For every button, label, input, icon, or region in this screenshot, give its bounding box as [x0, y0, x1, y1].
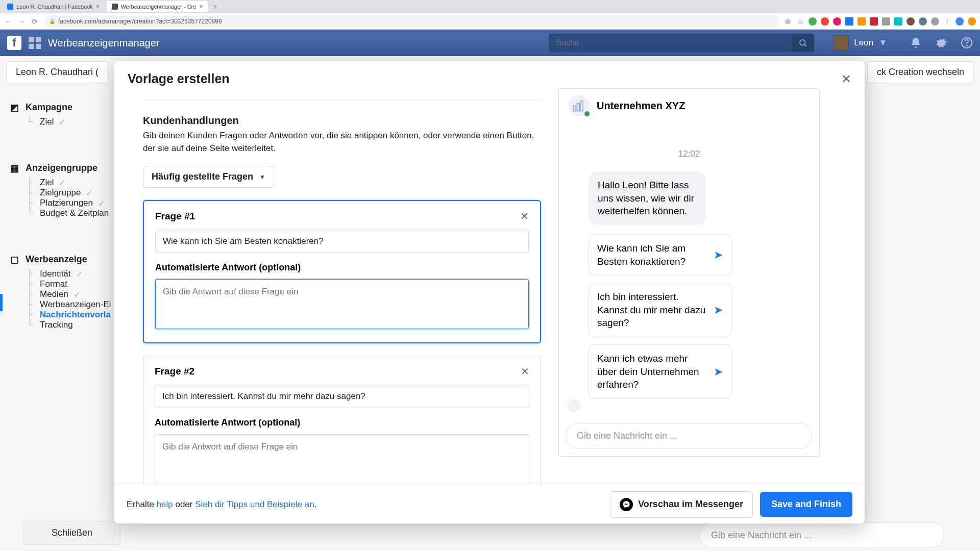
quick-reply[interactable]: Kann ich etwas mehr über dein Unternehme…	[589, 344, 731, 399]
tips-link[interactable]: Sieh dir Tipps und Beispiele an	[195, 499, 314, 509]
search-button[interactable]	[792, 34, 814, 52]
bell-icon[interactable]	[910, 37, 922, 49]
create-template-modal: Vorlage erstellen ✕ Kundenhandlungen Gib…	[114, 61, 865, 523]
account-selector[interactable]: Leon R. Chaudhari (	[6, 61, 108, 83]
check-icon: ✓	[76, 269, 83, 279]
help-link[interactable]: help	[157, 499, 173, 509]
gear-icon[interactable]	[935, 37, 947, 49]
help-icon[interactable]	[961, 37, 973, 49]
question-input[interactable]	[155, 230, 529, 253]
chevron-down-icon: ▼	[259, 173, 265, 181]
chat-timestamp: 12:02	[566, 149, 812, 159]
browser-tab[interactable]: Leon R. Chaudhari | Facebook ×	[2, 1, 105, 12]
back-icon[interactable]: ←	[4, 17, 12, 26]
app-title: Werbeanzeigenmanager	[48, 37, 160, 49]
facebook-favicon-icon	[7, 4, 13, 10]
lock-icon: 🔒	[49, 18, 55, 24]
help-text: Erhalte help oder Sieh dir Tipps und Bei…	[127, 499, 316, 510]
nav-ad-settings[interactable]: ├Werbeanzeigen-Ei	[5, 299, 122, 310]
section-title: Kundenhandlungen	[143, 115, 541, 127]
extension-icon[interactable]	[906, 17, 915, 26]
new-tab-button[interactable]: +	[210, 3, 220, 11]
close-button[interactable]: Schließen	[23, 521, 120, 545]
answer-label: Automatisierte Antwort (optional)	[155, 417, 529, 428]
remove-question-icon[interactable]: ✕	[520, 210, 529, 222]
campaign-icon: ◩	[9, 103, 19, 113]
nav-campaign-ziel[interactable]: └Ziel✓	[5, 117, 122, 127]
nav-ad-tracking[interactable]: └Tracking	[5, 320, 122, 330]
nav-adset-platzierungen[interactable]: ├Platzierungen✓	[5, 198, 122, 208]
url-input[interactable]: 🔒 facebook.com/adsmanager/creation?act=3…	[44, 15, 779, 28]
extension-icon[interactable]	[882, 17, 890, 26]
extension-icon[interactable]	[833, 17, 841, 26]
svg-point-3	[966, 45, 967, 46]
search-icon	[798, 38, 807, 47]
check-icon: ✓	[98, 198, 105, 208]
remove-question-icon[interactable]: ✕	[521, 365, 529, 378]
nav-ad-header[interactable]: ▢ Werbeanzeige	[5, 250, 122, 269]
extension-icon[interactable]	[894, 17, 902, 26]
check-icon: ✓	[59, 117, 65, 127]
modal-header: Vorlage erstellen ✕	[114, 61, 865, 88]
nav-adset-ziel[interactable]: ├Ziel✓	[5, 178, 122, 188]
user-menu[interactable]: Leon ▼	[834, 35, 887, 51]
background-message-input[interactable]: Gib eine Nachricht ein ...	[699, 522, 944, 548]
menu-icon[interactable]: ⋮	[943, 17, 951, 26]
nav-ad-format[interactable]: ├Format	[5, 279, 122, 289]
answer-textarea[interactable]	[155, 434, 529, 484]
extension-icon[interactable]	[968, 17, 976, 26]
check-icon: ✓	[74, 290, 80, 299]
global-search[interactable]	[549, 34, 814, 52]
url-text: facebook.com/adsmanager/creation?act=303…	[58, 18, 222, 25]
svg-rect-5	[577, 103, 580, 111]
reload-icon[interactable]: ⟳	[31, 17, 39, 26]
close-icon[interactable]: ×	[199, 3, 203, 10]
chat-area: 12:02 Hallo Leon! Bitte lass uns wissen,…	[559, 121, 819, 418]
zoom-icon[interactable]: ⊕	[784, 17, 792, 26]
business-menu-icon[interactable]	[29, 37, 41, 49]
nav-campaign-header[interactable]: ◩ Kampagne	[5, 98, 122, 117]
question-input[interactable]	[155, 385, 529, 408]
creation-switch[interactable]: ck Creation wechseln	[867, 61, 974, 83]
modal-title: Vorlage erstellen	[128, 71, 230, 86]
nav-adset-budget[interactable]: └Budget & Zeitplan	[5, 208, 122, 218]
check-icon: ✓	[86, 188, 92, 198]
page-content: Leon R. Chaudhari ( ck Creation wechseln…	[0, 56, 980, 551]
extension-icon[interactable]	[808, 17, 817, 26]
page-favicon-icon	[112, 4, 118, 10]
quick-reply[interactable]: Wie kann ich Sie am Besten konaktieren? …	[589, 234, 731, 276]
forward-icon[interactable]: →	[17, 17, 26, 26]
quick-reply[interactable]: Ich bin interessiert. Kannst du mir mehr…	[589, 283, 731, 337]
search-input[interactable]	[549, 38, 792, 47]
answer-label: Automatisierte Antwort (optional)	[155, 262, 529, 273]
svg-line-1	[805, 44, 806, 46]
save-finish-button[interactable]: Save and Finish	[760, 492, 852, 517]
nav-ad-medien[interactable]: ├Medien✓	[5, 289, 122, 299]
answer-textarea[interactable]	[155, 279, 529, 329]
question-card-2: Frage #2 ✕ Automatisierte Antwort (optio…	[143, 356, 541, 485]
browser-tab-active[interactable]: Werbeanzeigenmanager - Cre ×	[107, 1, 208, 12]
nav-adset-header[interactable]: ▦ Anzeigengruppe	[5, 159, 122, 178]
nav-adset-zielgruppe[interactable]: ├Zielgruppe✓	[5, 188, 122, 198]
close-icon[interactable]: ×	[96, 3, 100, 10]
profile-icon[interactable]	[955, 17, 964, 26]
extension-icon[interactable]	[931, 17, 939, 26]
extension-icon[interactable]	[845, 17, 853, 26]
extension-icon[interactable]	[857, 17, 866, 26]
preview-message-input[interactable]: Gib eine Nachricht ein ...	[566, 423, 812, 449]
avatar	[834, 35, 849, 51]
nav-ad-message-template[interactable]: ├Nachrichtenvorla	[5, 310, 122, 320]
divider	[143, 88, 541, 101]
adset-icon: ▦	[9, 163, 19, 173]
nav-ad-identity[interactable]: ├Identität✓	[5, 269, 122, 279]
extension-icon[interactable]	[919, 17, 927, 26]
tab-title: Werbeanzeigenmanager - Cre	[121, 4, 197, 10]
browser-address-bar: ← → ⟳ 🔒 facebook.com/adsmanager/creation…	[0, 13, 980, 30]
action-type-dropdown[interactable]: Häufig gestellte Fragen ▼	[143, 166, 274, 188]
star-icon[interactable]: ☆	[796, 17, 804, 26]
close-icon[interactable]: ✕	[841, 72, 851, 86]
facebook-logo-icon[interactable]: f	[7, 36, 21, 50]
extension-icon[interactable]	[821, 17, 829, 26]
preview-messenger-button[interactable]: Vorschau im Messenger	[610, 491, 753, 518]
extension-icon[interactable]	[870, 17, 878, 26]
